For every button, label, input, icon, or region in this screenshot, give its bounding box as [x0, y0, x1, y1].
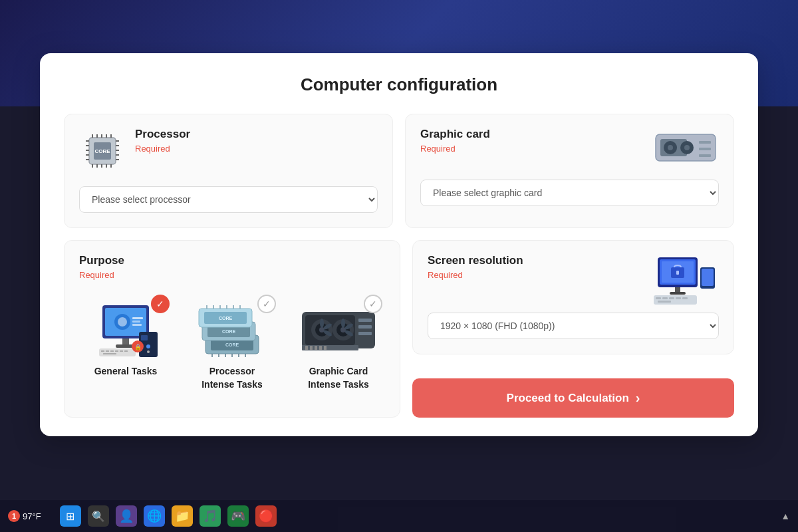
screen-required: Required	[428, 270, 523, 280]
gpu-icon	[652, 128, 719, 174]
taskbar-app-icons: ⊞ 🔍 👤 🌐 📁 🎵 🎮 🔴	[60, 505, 277, 527]
cpu-icon: CORE	[79, 128, 126, 174]
windows-icon[interactable]: ⊞	[60, 505, 81, 527]
svg-point-26	[668, 145, 673, 150]
svg-rect-98	[324, 346, 327, 350]
svg-point-52	[147, 350, 150, 353]
svg-rect-29	[699, 141, 711, 144]
svg-rect-41	[99, 348, 136, 356]
svg-rect-37	[132, 321, 140, 323]
svg-rect-107	[702, 269, 714, 286]
proceed-label: Proceed to Calculation	[507, 392, 629, 405]
svg-rect-108	[654, 295, 697, 305]
svg-rect-39	[122, 338, 129, 345]
processor-label: Processor	[135, 128, 190, 141]
taskbar-app-2[interactable]: 🌐	[144, 505, 165, 527]
screen-card-labels: Screen resolution Required	[428, 254, 523, 280]
taskbar-app-6[interactable]: 🔴	[255, 505, 277, 527]
general-tasks-check: ✓	[151, 295, 170, 313]
search-taskbar-icon[interactable]: 🔍	[88, 505, 109, 527]
svg-rect-45	[115, 350, 118, 352]
svg-rect-36	[132, 317, 143, 319]
general-tasks-img: ✓	[86, 299, 166, 358]
taskbar-app-1[interactable]: 👤	[116, 505, 137, 527]
graphic-tasks-label: Graphic CardIntense Tasks	[308, 365, 369, 391]
processor-dropdown-wrap: Please select processor Intel Core i5 In…	[79, 186, 378, 213]
svg-rect-103	[676, 271, 679, 275]
svg-rect-113	[682, 297, 688, 299]
right-column: Screen resolution Required	[412, 240, 734, 418]
graphic-card-required: Required	[420, 144, 490, 154]
graphic-card-dropdown-wrap: Please select graphic card NVIDIA RTX 30…	[420, 180, 719, 206]
svg-rect-92	[358, 332, 372, 335]
svg-point-81	[320, 319, 324, 328]
taskbar-app-5[interactable]: 🎮	[227, 505, 249, 527]
page-title: Computer configuration	[64, 74, 734, 95]
screen-card-header: Screen resolution Required	[428, 254, 719, 307]
taskbar-right-icon: ▲	[781, 511, 790, 521]
proceed-icon: ›	[636, 390, 640, 406]
svg-rect-46	[120, 350, 123, 352]
taskbar: 1 97°F ⊞ 🔍 👤 🌐 📁 🎵 🎮 🔴 ▲	[0, 500, 798, 532]
svg-rect-114	[658, 301, 671, 303]
svg-text:🔒: 🔒	[134, 343, 142, 351]
svg-rect-50	[141, 335, 148, 340]
taskbar-right: ▲	[781, 511, 790, 521]
svg-rect-91	[358, 325, 372, 329]
svg-rect-94	[305, 346, 308, 350]
top-row: CORE	[64, 114, 734, 228]
purpose-option-general[interactable]: ✓	[79, 292, 172, 398]
general-tasks-label: General Tasks	[94, 365, 158, 378]
svg-rect-104	[675, 287, 680, 293]
processor-select[interactable]: Please select processor Intel Core i5 In…	[79, 186, 378, 213]
svg-point-35	[118, 317, 127, 327]
svg-rect-90	[358, 319, 372, 322]
svg-rect-44	[110, 350, 114, 352]
taskbar-app-3[interactable]: 📁	[172, 505, 193, 527]
purpose-card: Purpose Required ✓	[64, 240, 400, 418]
screen-resolution-select[interactable]: 1920 × 1080 (FHD (1080p)) 1280 × 720 (HD…	[428, 313, 719, 339]
svg-text:CORE: CORE	[219, 316, 233, 321]
svg-rect-111	[669, 297, 674, 299]
svg-text:CORE: CORE	[94, 148, 110, 154]
taskbar-temp-section: 1 97°F	[8, 510, 41, 522]
screen-card: Screen resolution Required	[412, 240, 734, 354]
svg-rect-38	[132, 324, 142, 326]
svg-point-87	[341, 319, 345, 328]
svg-rect-105	[670, 292, 686, 295]
proceed-button[interactable]: Proceed to Calculation ›	[412, 378, 734, 418]
processor-required: Required	[135, 144, 190, 154]
svg-rect-112	[676, 297, 681, 299]
screen-label: Screen resolution	[428, 254, 523, 267]
svg-rect-30	[699, 148, 711, 150]
svg-rect-31	[699, 154, 711, 157]
graphic-tasks-check: ✓	[364, 295, 382, 313]
svg-rect-97	[319, 346, 322, 350]
taskbar-temperature: 97°F	[23, 511, 41, 521]
screen-dropdown-wrap: 1920 × 1080 (FHD (1080p)) 1280 × 720 (HD…	[428, 313, 719, 339]
graphic-card-labels: Graphic card Required	[420, 128, 490, 154]
svg-text:CORE: CORE	[222, 329, 236, 334]
svg-rect-95	[310, 346, 313, 350]
purpose-label: Purpose	[79, 254, 385, 267]
processor-labels: Processor Required	[135, 128, 190, 154]
processor-tasks-check: ✓	[257, 295, 276, 313]
bottom-row: Purpose Required ✓	[64, 240, 734, 418]
processor-tasks-img: ✓ CORE	[192, 299, 272, 358]
svg-text:CORE: CORE	[225, 342, 239, 347]
svg-rect-109	[656, 297, 661, 299]
purpose-option-graphic[interactable]: ✓	[292, 292, 385, 398]
svg-point-51	[146, 344, 150, 348]
svg-rect-110	[662, 297, 668, 299]
graphic-card-card: Graphic card Required	[405, 114, 734, 228]
graphic-card-label: Graphic card	[420, 128, 490, 141]
processor-tasks-label: ProcessorIntense Tasks	[201, 365, 263, 391]
graphic-tasks-img: ✓	[299, 299, 378, 358]
purpose-options: ✓	[79, 292, 385, 398]
monitor-icon	[652, 254, 719, 307]
purpose-option-processor[interactable]: ✓ CORE	[186, 292, 279, 398]
taskbar-app-4[interactable]: 🎵	[200, 505, 221, 527]
purpose-required: Required	[79, 270, 385, 280]
svg-rect-47	[124, 350, 128, 352]
graphic-card-select[interactable]: Please select graphic card NVIDIA RTX 30…	[420, 180, 719, 206]
